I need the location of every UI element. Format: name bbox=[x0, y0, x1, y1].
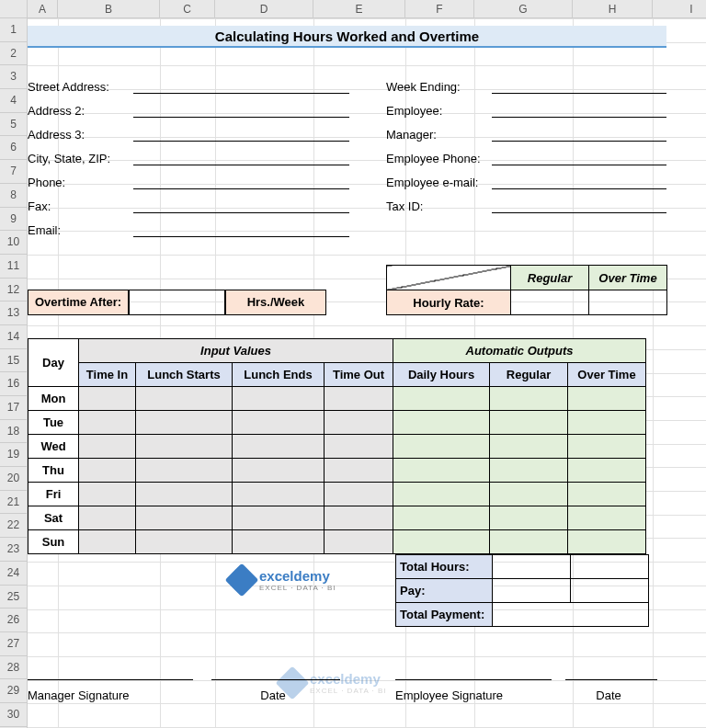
lunch-starts-cell[interactable] bbox=[136, 435, 233, 459]
lunch-starts-cell[interactable] bbox=[136, 459, 233, 483]
manager-date-line[interactable] bbox=[211, 662, 340, 680]
row-header[interactable]: 15 bbox=[0, 349, 27, 373]
row-header[interactable]: 11 bbox=[0, 255, 27, 279]
regular-cell[interactable] bbox=[490, 387, 568, 411]
time-out-cell[interactable] bbox=[325, 530, 393, 554]
lunch-starts-cell[interactable] bbox=[136, 530, 233, 554]
time-out-cell[interactable] bbox=[325, 459, 393, 483]
regular-cell[interactable] bbox=[490, 530, 568, 554]
lunch-ends-cell[interactable] bbox=[233, 483, 325, 506]
row-header[interactable]: 7 bbox=[0, 160, 27, 184]
row-header[interactable]: 22 bbox=[0, 514, 27, 538]
total-hours-ot[interactable] bbox=[571, 555, 649, 579]
employee-signature-line[interactable] bbox=[395, 662, 552, 680]
time-out-cell[interactable] bbox=[325, 483, 393, 506]
lunch-starts-cell[interactable] bbox=[136, 387, 233, 411]
time-out-cell[interactable] bbox=[325, 435, 393, 459]
lunch-ends-cell[interactable] bbox=[233, 530, 325, 554]
lunch-starts-cell[interactable] bbox=[136, 506, 233, 530]
row-header[interactable]: 18 bbox=[0, 420, 27, 444]
daily-hours-cell[interactable] bbox=[393, 387, 490, 411]
daily-hours-cell[interactable] bbox=[393, 506, 490, 530]
col-header[interactable]: F bbox=[405, 0, 474, 17]
overtime-cell[interactable] bbox=[568, 483, 646, 506]
overtime-cell[interactable] bbox=[568, 530, 646, 554]
regular-cell[interactable] bbox=[490, 459, 568, 483]
daily-hours-cell[interactable] bbox=[393, 530, 490, 554]
field-input-line[interactable] bbox=[492, 197, 666, 213]
col-header[interactable]: I bbox=[653, 0, 706, 17]
row-header[interactable]: 9 bbox=[0, 208, 27, 232]
col-header[interactable]: A bbox=[28, 0, 58, 17]
row-header[interactable]: 8 bbox=[0, 184, 27, 208]
col-header[interactable]: G bbox=[474, 0, 573, 17]
row-header[interactable]: 19 bbox=[0, 443, 27, 467]
overtime-cell[interactable] bbox=[568, 411, 646, 435]
field-input-line[interactable] bbox=[492, 173, 666, 189]
row-header[interactable]: 25 bbox=[0, 586, 27, 609]
row-header[interactable]: 23 bbox=[0, 538, 27, 562]
field-input-line[interactable] bbox=[133, 173, 349, 189]
daily-hours-cell[interactable] bbox=[393, 435, 490, 459]
manager-signature-line[interactable] bbox=[28, 662, 193, 680]
time-in-cell[interactable] bbox=[79, 530, 136, 554]
field-input-line[interactable] bbox=[133, 101, 349, 118]
col-header[interactable]: C bbox=[160, 0, 215, 17]
row-header[interactable]: 30 bbox=[0, 703, 27, 727]
regular-cell[interactable] bbox=[490, 411, 568, 435]
rate-regular-cell[interactable] bbox=[511, 290, 589, 315]
row-header[interactable]: 4 bbox=[0, 89, 27, 113]
regular-cell[interactable] bbox=[490, 435, 568, 459]
row-header[interactable]: 12 bbox=[0, 279, 27, 302]
row-header[interactable]: 17 bbox=[0, 396, 27, 420]
row-header[interactable]: 27 bbox=[0, 632, 27, 656]
row-header[interactable]: 5 bbox=[0, 113, 27, 137]
field-input-line[interactable] bbox=[133, 77, 349, 94]
time-in-cell[interactable] bbox=[79, 435, 136, 459]
employee-date-line[interactable] bbox=[565, 662, 657, 680]
row-header[interactable]: 13 bbox=[0, 301, 27, 325]
lunch-starts-cell[interactable] bbox=[136, 483, 233, 506]
overtime-cell[interactable] bbox=[568, 387, 646, 411]
overtime-cell[interactable] bbox=[568, 459, 646, 483]
row-header[interactable]: 20 bbox=[0, 467, 27, 491]
row-header[interactable]: 29 bbox=[0, 679, 27, 703]
daily-hours-cell[interactable] bbox=[393, 411, 490, 435]
col-header[interactable]: D bbox=[215, 0, 313, 17]
daily-hours-cell[interactable] bbox=[393, 459, 490, 483]
col-header[interactable]: H bbox=[573, 0, 653, 17]
field-input-line[interactable] bbox=[133, 149, 349, 165]
row-header[interactable]: 28 bbox=[0, 656, 27, 680]
time-in-cell[interactable] bbox=[79, 387, 136, 411]
pay-reg[interactable] bbox=[493, 579, 571, 603]
lunch-ends-cell[interactable] bbox=[233, 459, 325, 483]
field-input-line[interactable] bbox=[492, 77, 666, 94]
field-input-line[interactable] bbox=[492, 101, 666, 118]
overtime-cell[interactable] bbox=[568, 506, 646, 530]
row-header[interactable]: 16 bbox=[0, 372, 27, 396]
overtime-value-cell[interactable] bbox=[129, 290, 225, 315]
col-header[interactable]: E bbox=[313, 0, 405, 17]
row-header[interactable]: 21 bbox=[0, 491, 27, 515]
time-in-cell[interactable] bbox=[79, 459, 136, 483]
row-header[interactable]: 2 bbox=[0, 42, 27, 66]
row-header[interactable]: 24 bbox=[0, 562, 27, 586]
time-out-cell[interactable] bbox=[325, 387, 393, 411]
field-input-line[interactable] bbox=[133, 197, 349, 213]
col-header[interactable]: B bbox=[58, 0, 160, 17]
time-in-cell[interactable] bbox=[79, 411, 136, 435]
field-input-line[interactable] bbox=[492, 149, 666, 165]
field-input-line[interactable] bbox=[133, 221, 349, 237]
total-payment-cell[interactable] bbox=[493, 603, 649, 627]
time-in-cell[interactable] bbox=[79, 483, 136, 506]
total-hours-reg[interactable] bbox=[493, 555, 571, 579]
row-header[interactable]: 3 bbox=[0, 65, 27, 89]
time-out-cell[interactable] bbox=[325, 506, 393, 530]
lunch-starts-cell[interactable] bbox=[136, 411, 233, 435]
lunch-ends-cell[interactable] bbox=[233, 435, 325, 459]
lunch-ends-cell[interactable] bbox=[233, 387, 325, 411]
field-input-line[interactable] bbox=[492, 125, 666, 142]
row-header[interactable]: 1 bbox=[0, 18, 27, 42]
row-header[interactable]: 6 bbox=[0, 136, 27, 160]
lunch-ends-cell[interactable] bbox=[233, 411, 325, 435]
